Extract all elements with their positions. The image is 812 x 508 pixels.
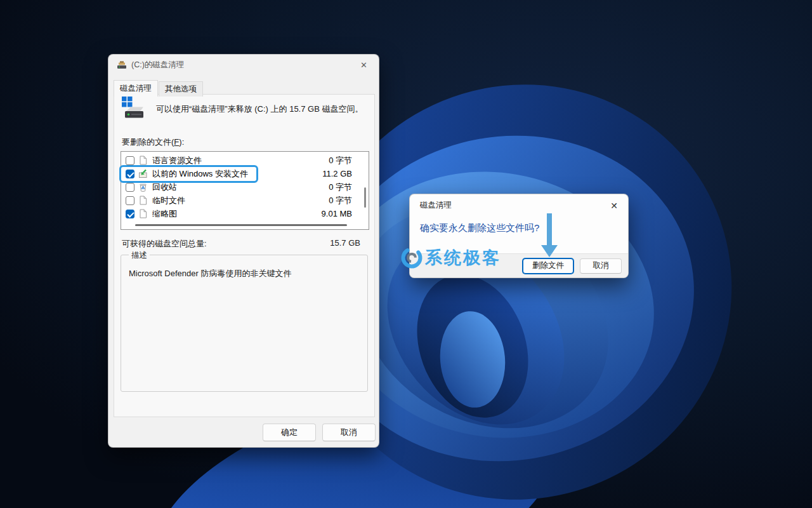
titlebar: (C:)的磁盘清理 ✕ xyxy=(108,55,379,75)
file-name: 缩略图 xyxy=(152,208,322,220)
file-size: 9.01 MB xyxy=(322,209,363,218)
disk-cleanup-tab-page: 可以使用“磁盘清理”来释放 (C:) 上的 15.7 GB 磁盘空间。 要删除的… xyxy=(114,94,375,417)
drive-icon xyxy=(121,95,147,122)
confirm-cancel-button[interactable]: 取消 xyxy=(580,258,622,274)
file-list-rows: 语言资源文件 0 字节 以前的 Windows 安装文件 11.2 GB xyxy=(126,154,363,220)
file-type-icon xyxy=(138,209,148,218)
description-text: Microsoft Defender 防病毒使用的非关键文件 xyxy=(129,268,361,279)
file-name: 以前的 Windows 安装文件 xyxy=(152,168,322,180)
delete-confirm-dialog: 磁盘清理 ✕ 确实要永久删除这些文件吗? 删除文件 取消 xyxy=(409,194,629,278)
cleanup-intro-text: 可以使用“磁盘清理”来释放 (C:) 上的 15.7 GB 磁盘空间。 xyxy=(156,104,368,115)
file-type-icon xyxy=(138,182,148,192)
vertical-scrollbar-thumb[interactable] xyxy=(364,187,366,208)
cancel-button[interactable]: 取消 xyxy=(322,424,376,441)
file-size: 11.2 GB xyxy=(322,169,363,178)
file-size: 0 字节 xyxy=(329,195,363,206)
file-name: 回收站 xyxy=(152,182,329,193)
file-list-row[interactable]: 语言资源文件 0 字节 xyxy=(126,154,363,167)
dialog-footer: 确定 取消 xyxy=(108,417,379,447)
file-list-row[interactable]: 临时文件 0 字节 xyxy=(126,194,363,207)
confirm-dialog-title: 磁盘清理 xyxy=(420,200,452,211)
file-list-row[interactable]: 回收站 0 字节 xyxy=(126,180,363,194)
description-label: 描述 xyxy=(129,250,150,261)
total-space-row: 可获得的磁盘空间总量: 15.7 GB xyxy=(122,238,360,250)
close-icon: ✕ xyxy=(360,60,367,70)
file-list-row[interactable]: 以前的 Windows 安装文件 11.2 GB xyxy=(126,167,363,180)
file-size: 0 字节 xyxy=(329,182,363,193)
file-name: 临时文件 xyxy=(152,195,329,206)
confirm-message: 确实要永久删除这些文件吗? xyxy=(420,222,539,234)
file-type-icon xyxy=(138,156,148,165)
total-space-value: 15.7 GB xyxy=(330,238,360,250)
tab-bar: 磁盘清理 其他选项 xyxy=(114,80,204,96)
dialog-title: (C:)的磁盘清理 xyxy=(131,60,184,70)
horizontal-scrollbar-thumb[interactable] xyxy=(135,224,347,226)
tab-disk-cleanup[interactable]: 磁盘清理 xyxy=(114,80,158,97)
file-type-icon xyxy=(138,169,148,178)
delete-files-button[interactable]: 删除文件 xyxy=(523,258,573,274)
disk-cleanup-icon xyxy=(117,60,127,70)
desktop: (C:)的磁盘清理 ✕ 磁盘清理 其他选项 可以使用“磁盘清理”来释放 (C:)… xyxy=(0,0,812,508)
file-name: 语言资源文件 xyxy=(152,155,329,166)
close-icon: ✕ xyxy=(610,201,618,211)
file-checkbox[interactable] xyxy=(126,196,134,205)
close-button[interactable]: ✕ xyxy=(357,58,371,72)
tab-more-options[interactable]: 其他选项 xyxy=(159,81,203,97)
file-type-icon xyxy=(138,196,148,205)
file-list: 语言资源文件 0 字节 以前的 Windows 安装文件 11.2 GB xyxy=(121,151,369,230)
file-checkbox[interactable] xyxy=(126,170,134,178)
file-checkbox[interactable] xyxy=(126,210,134,218)
file-checkbox[interactable] xyxy=(126,156,134,165)
file-size: 0 字节 xyxy=(329,155,363,166)
file-checkbox[interactable] xyxy=(126,183,134,192)
file-list-row[interactable]: 缩略图 9.01 MB xyxy=(126,207,363,220)
ok-button[interactable]: 确定 xyxy=(263,424,316,441)
files-to-delete-label: 要删除的文件(F): xyxy=(122,137,184,148)
confirm-footer: 删除文件 取消 xyxy=(410,253,628,277)
disk-cleanup-dialog: (C:)的磁盘清理 ✕ 磁盘清理 其他选项 可以使用“磁盘清理”来释放 (C:)… xyxy=(108,54,379,448)
confirm-close-button[interactable]: ✕ xyxy=(606,199,622,213)
description-groupbox: 描述 Microsoft Defender 防病毒使用的非关键文件 xyxy=(121,255,368,392)
total-space-label: 可获得的磁盘空间总量: xyxy=(122,238,207,250)
